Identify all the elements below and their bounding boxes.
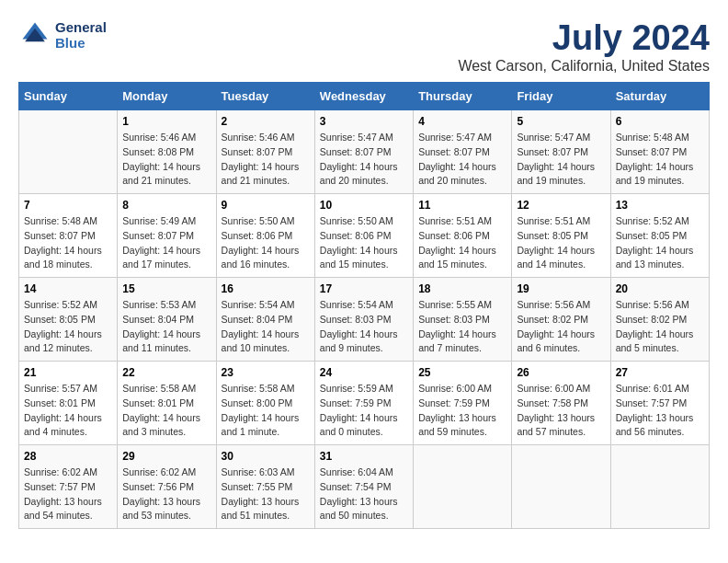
- day-number: 28: [24, 450, 112, 463]
- calendar-cell: 28Sunrise: 6:02 AM Sunset: 7:57 PM Dayli…: [19, 445, 118, 529]
- day-number: 8: [122, 199, 210, 212]
- day-header-thursday: Thursday: [414, 83, 512, 110]
- calendar-cell: 19Sunrise: 5:56 AM Sunset: 8:02 PM Dayli…: [512, 278, 610, 362]
- day-info: Sunrise: 6:01 AM Sunset: 7:57 PM Dayligh…: [616, 382, 704, 440]
- day-number: 30: [222, 450, 310, 463]
- day-header-friday: Friday: [512, 83, 610, 110]
- day-info: Sunrise: 5:52 AM Sunset: 8:05 PM Dayligh…: [24, 298, 112, 356]
- calendar-cell: 31Sunrise: 6:04 AM Sunset: 7:54 PM Dayli…: [314, 445, 413, 529]
- day-number: 4: [418, 115, 506, 128]
- day-info: Sunrise: 5:48 AM Sunset: 8:07 PM Dayligh…: [616, 131, 704, 189]
- calendar-cell: 29Sunrise: 6:02 AM Sunset: 7:56 PM Dayli…: [118, 445, 216, 529]
- day-info: Sunrise: 5:54 AM Sunset: 8:04 PM Dayligh…: [222, 298, 310, 356]
- calendar-cell: 21Sunrise: 5:57 AM Sunset: 8:01 PM Dayli…: [19, 362, 118, 445]
- calendar-cell: [610, 445, 709, 529]
- calendar-cell: 8Sunrise: 5:49 AM Sunset: 8:07 PM Daylig…: [118, 194, 216, 278]
- day-info: Sunrise: 5:50 AM Sunset: 8:06 PM Dayligh…: [222, 214, 310, 272]
- day-info: Sunrise: 5:53 AM Sunset: 8:04 PM Dayligh…: [122, 298, 210, 356]
- day-number: 24: [320, 366, 408, 379]
- calendar-cell: 12Sunrise: 5:51 AM Sunset: 8:05 PM Dayli…: [512, 194, 610, 278]
- calendar-cell: 11Sunrise: 5:51 AM Sunset: 8:06 PM Dayli…: [414, 194, 512, 278]
- calendar-cell: 17Sunrise: 5:54 AM Sunset: 8:03 PM Dayli…: [314, 278, 413, 362]
- calendar-cell: 22Sunrise: 5:58 AM Sunset: 8:01 PM Dayli…: [118, 362, 216, 445]
- day-info: Sunrise: 5:51 AM Sunset: 8:06 PM Dayligh…: [418, 214, 506, 272]
- day-number: 31: [320, 450, 408, 463]
- day-header-sunday: Sunday: [19, 83, 118, 110]
- day-info: Sunrise: 5:55 AM Sunset: 8:03 PM Dayligh…: [418, 298, 506, 356]
- calendar-cell: 14Sunrise: 5:52 AM Sunset: 8:05 PM Dayli…: [19, 278, 118, 362]
- day-number: 27: [616, 366, 704, 379]
- day-info: Sunrise: 5:59 AM Sunset: 7:59 PM Dayligh…: [320, 382, 408, 440]
- day-info: Sunrise: 5:49 AM Sunset: 8:07 PM Dayligh…: [122, 214, 210, 272]
- calendar-cell: 5Sunrise: 5:47 AM Sunset: 8:07 PM Daylig…: [512, 110, 610, 194]
- day-info: Sunrise: 5:58 AM Sunset: 8:00 PM Dayligh…: [222, 382, 310, 440]
- day-number: 17: [320, 282, 408, 295]
- day-info: Sunrise: 6:03 AM Sunset: 7:55 PM Dayligh…: [222, 465, 310, 523]
- calendar-cell: 18Sunrise: 5:55 AM Sunset: 8:03 PM Dayli…: [414, 278, 512, 362]
- calendar-cell: 16Sunrise: 5:54 AM Sunset: 8:04 PM Dayli…: [216, 278, 314, 362]
- day-number: 19: [517, 282, 605, 295]
- calendar-cell: 3Sunrise: 5:47 AM Sunset: 8:07 PM Daylig…: [314, 110, 413, 194]
- day-number: 2: [222, 115, 310, 128]
- calendar-cell: 10Sunrise: 5:50 AM Sunset: 8:06 PM Dayli…: [314, 194, 413, 278]
- day-info: Sunrise: 5:54 AM Sunset: 8:03 PM Dayligh…: [320, 298, 408, 356]
- day-info: Sunrise: 5:56 AM Sunset: 8:02 PM Dayligh…: [517, 298, 605, 356]
- calendar-week-row: 28Sunrise: 6:02 AM Sunset: 7:57 PM Dayli…: [19, 445, 710, 529]
- calendar-cell: 23Sunrise: 5:58 AM Sunset: 8:00 PM Dayli…: [216, 362, 314, 445]
- day-header-saturday: Saturday: [610, 83, 709, 110]
- day-info: Sunrise: 5:46 AM Sunset: 8:07 PM Dayligh…: [222, 131, 310, 189]
- calendar-header-row: SundayMondayTuesdayWednesdayThursdayFrid…: [19, 83, 710, 110]
- title-area: July 2024 West Carson, California, Unite…: [458, 18, 710, 75]
- page-subtitle: West Carson, California, United States: [458, 58, 710, 75]
- calendar-cell: 27Sunrise: 6:01 AM Sunset: 7:57 PM Dayli…: [610, 362, 709, 445]
- day-info: Sunrise: 5:47 AM Sunset: 8:07 PM Dayligh…: [517, 131, 605, 189]
- day-info: Sunrise: 6:04 AM Sunset: 7:54 PM Dayligh…: [320, 465, 408, 523]
- header: General Blue July 2024 West Carson, Cali…: [18, 18, 710, 75]
- day-info: Sunrise: 5:56 AM Sunset: 8:02 PM Dayligh…: [616, 298, 704, 356]
- day-info: Sunrise: 6:00 AM Sunset: 7:59 PM Dayligh…: [418, 382, 506, 440]
- calendar-cell: 9Sunrise: 5:50 AM Sunset: 8:06 PM Daylig…: [216, 194, 314, 278]
- day-number: 25: [418, 366, 506, 379]
- day-header-monday: Monday: [118, 83, 216, 110]
- logo-icon: [18, 18, 51, 52]
- day-number: 21: [24, 366, 112, 379]
- logo-text: General Blue: [55, 19, 107, 51]
- day-info: Sunrise: 5:52 AM Sunset: 8:05 PM Dayligh…: [616, 214, 704, 272]
- day-info: Sunrise: 5:47 AM Sunset: 8:07 PM Dayligh…: [418, 131, 506, 189]
- calendar-week-row: 1Sunrise: 5:46 AM Sunset: 8:08 PM Daylig…: [19, 110, 710, 194]
- calendar-cell: [19, 110, 118, 194]
- day-number: 9: [222, 199, 310, 212]
- calendar-cell: 1Sunrise: 5:46 AM Sunset: 8:08 PM Daylig…: [118, 110, 216, 194]
- calendar-week-row: 21Sunrise: 5:57 AM Sunset: 8:01 PM Dayli…: [19, 362, 710, 445]
- day-header-tuesday: Tuesday: [216, 83, 314, 110]
- calendar-table: SundayMondayTuesdayWednesdayThursdayFrid…: [18, 82, 710, 529]
- calendar-week-row: 14Sunrise: 5:52 AM Sunset: 8:05 PM Dayli…: [19, 278, 710, 362]
- day-number: 14: [24, 282, 112, 295]
- calendar-cell: 15Sunrise: 5:53 AM Sunset: 8:04 PM Dayli…: [118, 278, 216, 362]
- calendar-cell: 4Sunrise: 5:47 AM Sunset: 8:07 PM Daylig…: [414, 110, 512, 194]
- day-number: 29: [122, 450, 210, 463]
- day-info: Sunrise: 6:02 AM Sunset: 7:57 PM Dayligh…: [24, 465, 112, 523]
- day-info: Sunrise: 5:57 AM Sunset: 8:01 PM Dayligh…: [24, 382, 112, 440]
- day-info: Sunrise: 5:58 AM Sunset: 8:01 PM Dayligh…: [122, 382, 210, 440]
- day-number: 18: [418, 282, 506, 295]
- day-number: 13: [616, 199, 704, 212]
- calendar-cell: 26Sunrise: 6:00 AM Sunset: 7:58 PM Dayli…: [512, 362, 610, 445]
- calendar-cell: [414, 445, 512, 529]
- day-info: Sunrise: 5:46 AM Sunset: 8:08 PM Dayligh…: [122, 131, 210, 189]
- calendar-cell: 20Sunrise: 5:56 AM Sunset: 8:02 PM Dayli…: [610, 278, 709, 362]
- calendar-cell: [512, 445, 610, 529]
- day-number: 26: [517, 366, 605, 379]
- day-header-wednesday: Wednesday: [314, 83, 413, 110]
- day-number: 6: [616, 115, 704, 128]
- day-number: 11: [418, 199, 506, 212]
- day-number: 12: [517, 199, 605, 212]
- calendar-cell: 6Sunrise: 5:48 AM Sunset: 8:07 PM Daylig…: [610, 110, 709, 194]
- calendar-cell: 13Sunrise: 5:52 AM Sunset: 8:05 PM Dayli…: [610, 194, 709, 278]
- day-number: 1: [122, 115, 210, 128]
- calendar-cell: 24Sunrise: 5:59 AM Sunset: 7:59 PM Dayli…: [314, 362, 413, 445]
- page-title: July 2024: [458, 18, 710, 58]
- day-number: 20: [616, 282, 704, 295]
- calendar-cell: 25Sunrise: 6:00 AM Sunset: 7:59 PM Dayli…: [414, 362, 512, 445]
- day-number: 7: [24, 199, 112, 212]
